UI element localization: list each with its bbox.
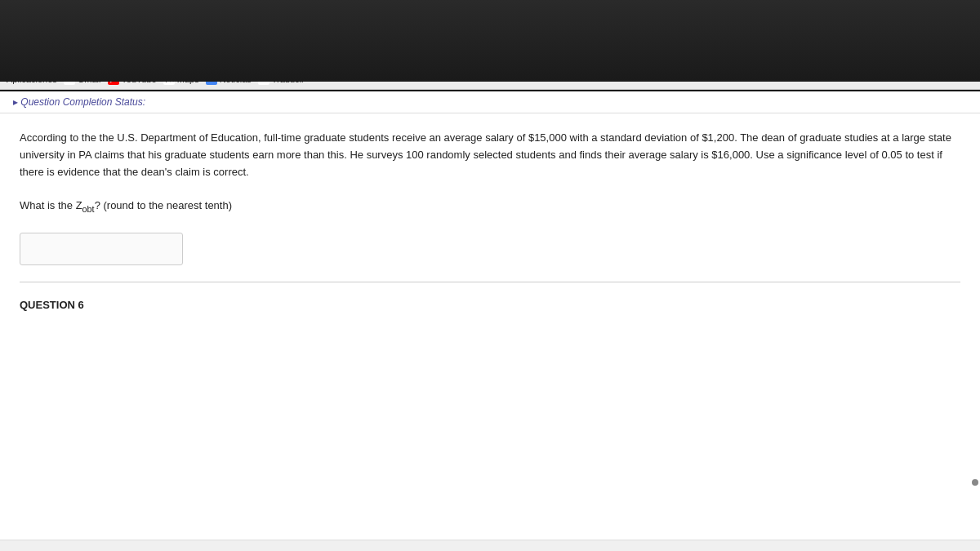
- content-body: According to the the U.S. Department of …: [0, 113, 980, 327]
- question-divider: [20, 282, 960, 282]
- scroll-indicator[interactable]: [972, 479, 978, 486]
- answer-input-box[interactable]: [20, 233, 183, 265]
- main-content: Question Completion Status: According to…: [0, 91, 980, 551]
- subscript-obt: obt: [82, 204, 95, 214]
- question-text: According to the the U.S. Department of …: [20, 130, 960, 216]
- question-status-bar: Question Completion Status:: [0, 91, 980, 113]
- bottom-scrollbar[interactable]: [0, 540, 980, 551]
- question-formula-text: What is the Zobt? (round to the nearest …: [20, 199, 232, 211]
- question-status-label: Question Completion Status:: [20, 96, 145, 108]
- question-body-text: According to the the U.S. Department of …: [20, 131, 951, 178]
- question-6-label: QUESTION 6: [20, 299, 960, 311]
